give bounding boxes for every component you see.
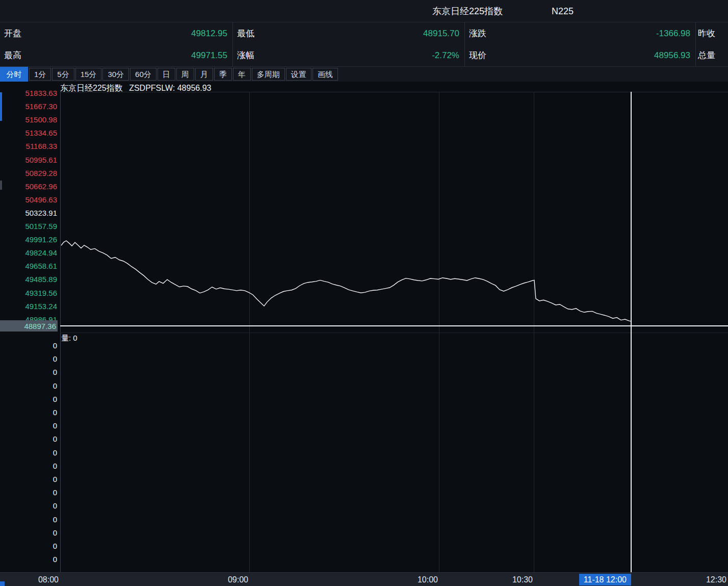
field-change-pct-label: 涨幅 — [237, 49, 254, 61]
volume-label: 量: 0 — [61, 334, 77, 343]
time-tick-1: 09:00 — [228, 573, 248, 586]
field-open: 开盘 49812.95 — [0, 22, 233, 44]
field-change-label: 涨跌 — [469, 28, 486, 39]
period-tab-12[interactable]: 设置 — [286, 68, 311, 81]
crosshair-price-label: 48897.36 — [0, 320, 58, 332]
field-total-volume-label: 总量 — [698, 49, 715, 61]
field-prev-close: 昨收 — [696, 22, 728, 44]
field-open-value: 49812.95 — [191, 29, 227, 39]
field-last: 现价 48956.93 — [465, 44, 696, 66]
period-tab-13[interactable]: 画线 — [313, 68, 338, 81]
title-bar: 东京日经225指数 N225 — [0, 0, 728, 22]
instrument-symbol: N225 — [552, 0, 574, 22]
field-last-value: 48956.93 — [654, 50, 690, 61]
time-axis: 08:0009:0010:0010:3011-18 12:0012:30 — [0, 572, 728, 586]
field-high: 最高 49971.55 — [0, 44, 233, 66]
period-tab-9[interactable]: 季 — [214, 68, 232, 81]
chart-quote-label: ZSDPFSLW: 48956.93 — [129, 84, 211, 92]
corner-accent — [0, 581, 5, 586]
price-line — [61, 241, 631, 321]
period-tab-1[interactable]: 1分 — [29, 68, 51, 81]
field-change: 涨跌 -1366.98 — [465, 22, 696, 44]
time-tick-0: 08:00 — [38, 573, 59, 586]
period-tab-10[interactable]: 年 — [233, 68, 251, 81]
crosshair-vertical — [631, 92, 632, 572]
period-tab-7[interactable]: 周 — [176, 68, 194, 81]
time-tick-5: 12:30 — [706, 573, 726, 586]
period-tab-4[interactable]: 30分 — [102, 68, 129, 81]
field-change-pct: 涨幅 -2.72% — [233, 44, 465, 66]
period-tab-0[interactable]: 分时 — [0, 67, 28, 82]
crosshair-horizontal — [60, 325, 728, 326]
scrollbar-thumb[interactable] — [0, 92, 2, 121]
field-low-label: 最低 — [237, 28, 254, 39]
period-tab-3[interactable]: 15分 — [75, 68, 102, 81]
period-tab-11[interactable]: 多周期 — [252, 68, 285, 81]
quote-summary: 开盘 49812.95 最低 48915.70 涨跌 -1366.98 昨收 最… — [0, 22, 728, 67]
field-change-pct-value: -2.72% — [432, 50, 459, 61]
scrollbar-mark — [0, 181, 2, 190]
period-tab-bar: 分时1分5分15分30分60分日周月季年多周期设置画线 — [0, 67, 728, 82]
field-last-label: 现价 — [469, 49, 486, 61]
stock-app: 东京日经225指数 N225 开盘 49812.95 最低 48915.70 涨… — [0, 0, 728, 586]
pane-divider — [60, 333, 728, 333]
period-tab-8[interactable]: 月 — [195, 68, 213, 81]
field-low-value: 48915.70 — [423, 29, 459, 39]
field-high-value: 49971.55 — [191, 50, 227, 61]
field-open-label: 开盘 — [4, 28, 21, 39]
period-tab-6[interactable]: 日 — [158, 68, 175, 81]
time-tick-2: 10:00 — [418, 573, 438, 586]
time-tick-3: 10:30 — [512, 573, 533, 586]
field-low: 最低 48915.70 — [233, 22, 465, 44]
chart-instrument-label: 东京日经225指数 — [60, 84, 123, 92]
field-total-volume: 总量 — [696, 44, 728, 66]
field-prev-close-label: 昨收 — [698, 28, 715, 39]
period-tab-2[interactable]: 5分 — [52, 68, 74, 81]
field-change-value: -1366.98 — [656, 29, 690, 39]
instrument-title: 东京日经225指数 — [432, 0, 503, 22]
price-chart-canvas[interactable] — [60, 92, 728, 333]
field-high-label: 最高 — [4, 49, 21, 61]
crosshair-time-label: 11-18 12:00 — [579, 574, 631, 585]
period-tab-5[interactable]: 60分 — [130, 68, 157, 81]
